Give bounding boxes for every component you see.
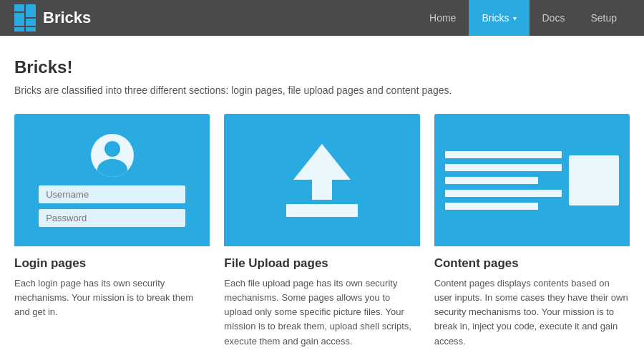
upload-base-icon bbox=[286, 204, 358, 217]
password-field[interactable] bbox=[39, 209, 185, 227]
user-avatar-icon bbox=[91, 134, 134, 177]
content-lines bbox=[445, 151, 562, 210]
logo-icon bbox=[14, 4, 36, 32]
nav-link-setup[interactable]: Setup bbox=[577, 0, 630, 36]
nav-link-home[interactable]: Home bbox=[416, 0, 469, 36]
card-login-text: Each login page has its own security mec… bbox=[14, 276, 210, 319]
card-content: Content pages Content pages displays con… bbox=[434, 114, 630, 358]
page-title: Bricks! bbox=[14, 57, 630, 77]
content-line-5 bbox=[445, 203, 539, 210]
card-login-title: Login pages bbox=[14, 256, 210, 271]
logo-brick-5 bbox=[14, 27, 24, 32]
upload-icon bbox=[286, 144, 358, 217]
nav-logo: Bricks bbox=[14, 4, 91, 32]
logo-brick-4 bbox=[26, 19, 36, 26]
nav-link-bricks[interactable]: Bricks ▾ bbox=[469, 0, 529, 36]
card-upload-text: Each file upload page has its own securi… bbox=[224, 276, 419, 349]
card-login-body: Login pages Each login page has its own … bbox=[14, 246, 210, 329]
cards-row: Login pages Each login page has its own … bbox=[14, 114, 630, 358]
card-content-body: Content pages Content pages displays con… bbox=[434, 246, 630, 358]
nav-link-docs[interactable]: Docs bbox=[530, 0, 578, 36]
navbar: Bricks Home Bricks ▾ Docs Setup bbox=[0, 0, 644, 36]
upload-shaft-icon bbox=[312, 180, 332, 200]
content-line-1 bbox=[445, 151, 562, 158]
logo-brick-2 bbox=[26, 4, 36, 17]
login-icon bbox=[14, 134, 210, 227]
logo-brick-1 bbox=[14, 4, 24, 11]
login-fields bbox=[39, 185, 185, 227]
nav-links: Home Bricks ▾ Docs Setup bbox=[416, 0, 630, 36]
content-box-icon bbox=[569, 155, 619, 205]
content-icon bbox=[434, 140, 630, 221]
nav-brand-text: Bricks bbox=[43, 9, 91, 27]
page-subtitle: Bricks are classified into three differe… bbox=[14, 84, 630, 96]
card-content-title: Content pages bbox=[434, 256, 630, 271]
content-line-2 bbox=[445, 164, 562, 171]
logo-brick-6 bbox=[26, 27, 36, 32]
username-field[interactable] bbox=[39, 185, 185, 203]
content-line-3 bbox=[445, 177, 539, 184]
card-upload-image bbox=[224, 114, 419, 246]
main-content: Bricks! Bricks are classified into three… bbox=[0, 36, 644, 358]
content-line-4 bbox=[445, 190, 562, 197]
card-login-image bbox=[14, 114, 210, 246]
logo-brick-3 bbox=[14, 13, 24, 26]
dropdown-arrow-icon: ▾ bbox=[513, 14, 517, 22]
card-content-text: Content pages displays contents based on… bbox=[434, 276, 630, 349]
card-upload-title: File Upload pages bbox=[224, 256, 419, 271]
card-content-image bbox=[434, 114, 630, 246]
card-login: Login pages Each login page has its own … bbox=[14, 114, 210, 358]
nav-link-bricks-label: Bricks bbox=[482, 12, 509, 24]
upload-arrow-icon bbox=[293, 144, 351, 180]
card-upload-body: File Upload pages Each file upload page … bbox=[224, 246, 419, 358]
card-upload: File Upload pages Each file upload page … bbox=[224, 114, 419, 358]
